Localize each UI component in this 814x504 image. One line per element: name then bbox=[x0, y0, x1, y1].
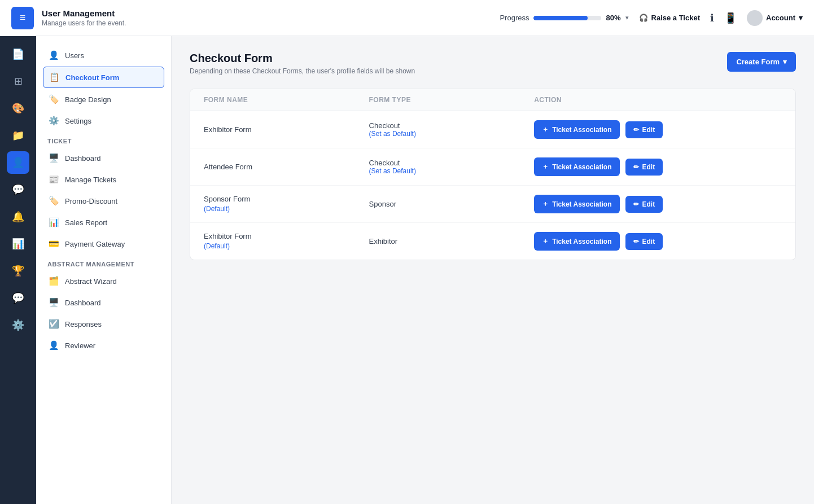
form-type-cell: Checkout (Set as Default) bbox=[369, 121, 535, 138]
form-name: Attendee Form bbox=[204, 163, 369, 171]
edit-icon: ✏ bbox=[633, 238, 639, 246]
sidebar-item-abstract-wizard-label: Abstract Wizard bbox=[65, 277, 117, 286]
account-chevron-icon: ▾ bbox=[799, 14, 803, 22]
default-label: (Default) bbox=[204, 242, 230, 250]
promo-discount-icon: 🏷️ bbox=[49, 196, 59, 206]
create-form-label: Create Form bbox=[736, 58, 780, 66]
sidebar-item-settings[interactable]: ⚙️ Settings bbox=[43, 111, 164, 131]
sidebar-item-manage-tickets[interactable]: 📰 Manage Tickets bbox=[43, 169, 164, 190]
set-as-default-link[interactable]: (Set as Default) bbox=[369, 130, 535, 138]
edit-button[interactable]: ✏ Edit bbox=[625, 233, 663, 250]
sidebar-item-ticket-dashboard-label: Dashboard bbox=[65, 154, 101, 163]
top-header: ≡ User Management Manage users for the e… bbox=[0, 0, 814, 36]
progress-pct: 80% bbox=[606, 14, 620, 22]
sidebar-icon-message[interactable]: 💬 bbox=[7, 287, 29, 309]
sidebar-item-badge-design[interactable]: 🏷️ Badge Design bbox=[43, 89, 164, 109]
create-form-chevron-icon: ▾ bbox=[783, 58, 787, 66]
edit-icon: ✏ bbox=[633, 126, 639, 134]
sidebar-item-reviewer[interactable]: 👤 Reviewer bbox=[43, 335, 164, 356]
sidebar-item-checkout-form[interactable]: 📋 Checkout Form bbox=[43, 67, 164, 88]
sidebar-icon-bell[interactable]: 🔔 bbox=[7, 205, 29, 228]
header-subtitle: Manage users for the event. bbox=[42, 19, 126, 27]
sidebar-item-users[interactable]: 👤 Users bbox=[43, 45, 164, 65]
sidebar-item-abstract-dashboard[interactable]: 🖥️ Dashboard bbox=[43, 292, 164, 313]
sidebar-item-abstract-wizard[interactable]: 🗂️ Abstract Wizard bbox=[43, 271, 164, 291]
ticket-association-button[interactable]: ＋ Ticket Association bbox=[534, 232, 619, 251]
ticket-association-button[interactable]: ＋ Ticket Association bbox=[534, 157, 619, 176]
sidebar-item-settings-label: Settings bbox=[65, 117, 91, 125]
progress-bar-fill bbox=[533, 16, 588, 20]
icon-sidebar: 📄 ⊞ 🎨 📁 👤 💬 🔔 📊 🏆 💬 ⚙️ bbox=[0, 36, 36, 504]
sidebar-item-payment-label: Payment Gateway bbox=[65, 240, 125, 248]
nav-sidebar: 👤 Users 📋 Checkout Form 🏷️ Badge Design … bbox=[36, 36, 172, 504]
progress-label: Progress bbox=[500, 14, 529, 22]
reviewer-icon: 👤 bbox=[49, 340, 59, 350]
page-subtitle: Depending on these Checkout Forms, the u… bbox=[190, 67, 415, 75]
sidebar-item-abstract-dashboard-label: Dashboard bbox=[65, 299, 101, 307]
table-row: Exhibitor Form Checkout (Set as Default)… bbox=[190, 111, 795, 148]
settings-icon: ⚙️ bbox=[49, 116, 59, 126]
table-row: Sponsor Form (Default) Sponsor ＋ Ticket … bbox=[190, 186, 795, 223]
table-header: Form Name Form Type Action bbox=[190, 89, 795, 111]
sales-report-icon: 📊 bbox=[49, 217, 59, 227]
account-button[interactable]: Account ▾ bbox=[747, 10, 803, 26]
edit-button[interactable]: ✏ Edit bbox=[625, 121, 663, 138]
sidebar-icon-grid[interactable]: ⊞ bbox=[7, 70, 29, 93]
form-name-cell: Exhibitor Form bbox=[204, 125, 369, 134]
form-name-cell: Attendee Form bbox=[204, 163, 369, 171]
plus-icon: ＋ bbox=[542, 162, 549, 172]
plus-icon: ＋ bbox=[542, 236, 549, 246]
sidebar-icon-chart[interactable]: 📊 bbox=[7, 233, 29, 255]
sidebar-item-responses[interactable]: ☑️ Responses bbox=[43, 314, 164, 334]
main-content: Checkout Form Depending on these Checkou… bbox=[172, 36, 814, 504]
sidebar-icon-chat[interactable]: 💬 bbox=[7, 178, 29, 201]
edit-icon: ✏ bbox=[633, 163, 639, 171]
sidebar-icon-settings[interactable]: ⚙️ bbox=[7, 314, 29, 336]
sidebar-item-manage-tickets-label: Manage Tickets bbox=[65, 176, 116, 184]
sidebar-item-badge-label: Badge Design bbox=[65, 95, 111, 104]
forms-table: Form Name Form Type Action Exhibitor For… bbox=[190, 89, 796, 260]
sidebar-icon-user[interactable]: 👤 bbox=[7, 151, 29, 174]
sidebar-item-promo-discount[interactable]: 🏷️ Promo-Discount bbox=[43, 191, 164, 211]
abstract-section-label: Abstract Management bbox=[43, 255, 164, 271]
info-icon: ℹ bbox=[710, 12, 714, 24]
form-type: Exhibitor bbox=[369, 237, 535, 246]
plus-icon: ＋ bbox=[542, 125, 549, 134]
raise-ticket-button[interactable]: 🎧 Raise a Ticket bbox=[639, 14, 700, 22]
page-heading: Checkout Form Depending on these Checkou… bbox=[190, 52, 415, 75]
set-as-default-link[interactable]: (Set as Default) bbox=[369, 167, 535, 175]
abstract-wizard-icon: 🗂️ bbox=[49, 276, 59, 286]
sidebar-item-payment-gateway[interactable]: 💳 Payment Gateway bbox=[43, 234, 164, 254]
header-left: ≡ User Management Manage users for the e… bbox=[11, 7, 500, 29]
progress-bar bbox=[533, 16, 601, 20]
badge-design-icon: 🏷️ bbox=[49, 94, 59, 104]
sidebar-item-reviewer-label: Reviewer bbox=[65, 341, 95, 350]
create-form-button[interactable]: Create Form ▾ bbox=[727, 52, 796, 72]
header-title: User Management bbox=[42, 8, 126, 18]
page-title: Checkout Form bbox=[190, 52, 415, 65]
info-button[interactable]: ℹ bbox=[710, 12, 714, 24]
sidebar-item-sales-report[interactable]: 📊 Sales Report bbox=[43, 212, 164, 233]
payment-gateway-icon: 💳 bbox=[49, 239, 59, 249]
sidebar-item-promo-label: Promo-Discount bbox=[65, 197, 117, 205]
ticket-association-button[interactable]: ＋ Ticket Association bbox=[534, 120, 619, 139]
sidebar-icon-document[interactable]: 📄 bbox=[7, 43, 29, 65]
sidebar-icon-trophy[interactable]: 🏆 bbox=[7, 260, 29, 282]
sidebar-icon-palette[interactable]: 🎨 bbox=[7, 97, 29, 120]
body-wrap: 📄 ⊞ 🎨 📁 👤 💬 🔔 📊 🏆 💬 ⚙️ 👤 Users 📋 Checkou… bbox=[0, 36, 814, 504]
responses-icon: ☑️ bbox=[49, 319, 59, 329]
checkout-form-icon: 📋 bbox=[49, 72, 60, 82]
sidebar-icon-folder[interactable]: 📁 bbox=[7, 124, 29, 147]
progress-chevron-icon[interactable]: ▾ bbox=[625, 14, 629, 21]
edit-button[interactable]: ✏ Edit bbox=[625, 196, 663, 213]
sidebar-item-ticket-dashboard[interactable]: 🖥️ Dashboard bbox=[43, 148, 164, 168]
form-name: Exhibitor Form bbox=[204, 125, 369, 134]
ticket-association-button[interactable]: ＋ Ticket Association bbox=[534, 195, 619, 213]
mobile-button[interactable]: 📱 bbox=[724, 12, 737, 24]
edit-button[interactable]: ✏ Edit bbox=[625, 159, 663, 176]
page-header: Checkout Form Depending on these Checkou… bbox=[190, 52, 796, 75]
form-type: Checkout bbox=[369, 159, 535, 167]
form-name: Sponsor Form bbox=[204, 195, 369, 203]
sidebar-item-responses-label: Responses bbox=[65, 320, 102, 328]
plus-icon: ＋ bbox=[542, 199, 549, 209]
